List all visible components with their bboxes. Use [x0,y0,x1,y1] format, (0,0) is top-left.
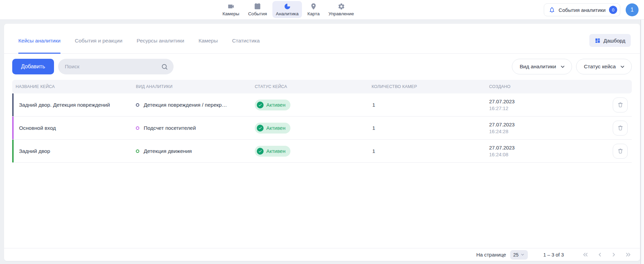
cases-table: НАЗВАНИЕ КЕЙСА ВИД АНАЛИТИКИ СТАТУС КЕЙС… [12,80,632,163]
column-header-analytics-type: ВИД АНАЛИТИКИ [136,84,255,89]
case-status-filter[interactable]: Статус кейса [576,59,632,74]
analytics-events-button[interactable]: События аналитики 0 [544,3,620,16]
top-bar-right: События аналитики 0 1 [544,0,639,20]
created-time: 16:24:08 [489,151,572,158]
nav-label: Управление [328,11,354,16]
analytics-type-filter[interactable]: Вид аналитики [512,59,572,74]
status-label: Активен [266,148,285,154]
tab-statistics[interactable]: Статистика [232,29,260,54]
chevron-down-icon [520,252,525,257]
content-spacer [4,163,640,248]
analytics-type-dot-icon [136,149,139,153]
column-header-case-name: НАЗВАНИЕ КЕЙСА [12,84,136,89]
case-status-cell: Активен [255,146,372,157]
nav-label: События [248,11,267,16]
created-cell: 27.07.2023 16:24:28 [489,121,572,135]
case-name: Основной вход [12,125,136,131]
add-button[interactable]: Добавить [12,59,54,74]
chevron-down-icon [560,64,566,70]
row-actions [572,121,632,136]
previous-page-button[interactable] [596,251,603,259]
status-badge: Активен [255,123,290,134]
created-date: 27.07.2023 [489,121,572,128]
delete-case-button[interactable] [613,144,628,159]
analytics-type-label: Детекция повреждения / перекр… [144,102,227,108]
table-row[interactable]: Задний двор. Детекция повреждений Детекц… [12,93,632,117]
bell-icon [549,6,555,13]
main-nav: Камеры События Аналитика Карта [219,1,357,18]
analytics-type-dot-icon [136,126,139,130]
gear-icon [338,3,345,10]
delete-case-button[interactable] [613,98,628,112]
column-header-case-status: СТАТУС КЕЙСА [255,84,372,89]
case-status-filter-label: Статус кейса [584,64,616,70]
table-header-row: НАЗВАНИЕ КЕЙСА ВИД АНАЛИТИКИ СТАТУС КЕЙС… [12,80,632,93]
created-time: 16:27:12 [489,105,572,112]
delete-case-button[interactable] [613,121,628,136]
analytics-type-cell: Детекция движения [136,148,255,154]
top-bar: Камеры События Аналитика Карта [0,0,644,20]
analytics-cases-panel: Кейсы аналитики События и реакции Ресурс… [4,24,640,261]
column-header-camera-count: КОЛИЧЕСТВО КАМЕР [372,84,489,89]
status-label: Активен [266,102,285,108]
analytics-type-filter-label: Вид аналитики [520,64,556,70]
camera-count: 1 [372,125,489,131]
avatar[interactable]: 1 [626,3,639,16]
nav-item-cameras[interactable]: Камеры [219,1,243,18]
pager [582,251,632,259]
tab-events-and-reactions[interactable]: События и реакции [75,29,122,54]
dashboard-grid-icon [595,38,601,43]
first-page-button[interactable] [582,251,589,259]
search-icon[interactable] [161,63,168,70]
dashboard-button-label: Дашборд [604,38,625,43]
nav-label: Аналитика [276,11,299,16]
per-page-label: На странице [476,252,506,258]
search-input[interactable] [65,64,161,70]
created-time: 16:24:28 [489,128,572,135]
map-pin-icon [310,3,317,10]
status-badge: Активен [255,100,290,110]
nav-item-map[interactable]: Карта [304,1,323,18]
case-name: Задний двор. Детекция повреждений [12,102,136,108]
toolbar: Добавить Вид аналитики Статус кейса [12,59,632,74]
search-box [58,59,174,74]
case-status-cell: Активен [255,100,372,110]
camera-count: 1 [372,102,489,108]
video-camera-icon [227,3,235,10]
tab-analytics-resources[interactable]: Ресурсы аналитики [137,29,184,54]
created-cell: 27.07.2023 16:24:08 [489,144,572,158]
nav-item-events[interactable]: События [245,1,270,18]
check-circle-icon [257,148,264,155]
analytics-type-cell: Детекция повреждения / перекр… [136,102,255,108]
created-date: 27.07.2023 [489,98,572,105]
analytics-type-label: Подсчет посетителей [144,125,196,131]
tab-cameras[interactable]: Камеры [198,29,218,54]
per-page-value: 25 [513,252,519,258]
row-actions [572,144,632,159]
nav-label: Карта [307,11,320,16]
table-row[interactable]: Основной вход Подсчет посетителей Активе… [12,117,632,140]
table-row[interactable]: Задний двор Детекция движения Активен 1 … [12,140,632,163]
created-cell: 27.07.2023 16:27:12 [489,98,572,112]
nav-item-analytics[interactable]: Аналитика [272,1,302,18]
chevron-down-icon [620,64,625,70]
per-page-select[interactable]: 25 [510,250,528,260]
analytics-type-cell: Подсчет посетителей [136,125,255,131]
vertical-scrollbar[interactable] [641,20,644,264]
nav-item-management[interactable]: Управление [325,1,357,18]
check-circle-icon [257,125,264,131]
tab-analytics-cases[interactable]: Кейсы аналитики [18,29,60,54]
row-actions [572,98,632,112]
events-count-badge: 0 [609,6,617,14]
next-page-button[interactable] [610,251,618,259]
analytics-type-label: Детекция движения [144,148,192,154]
case-name: Задний двор [12,148,136,154]
calendar-check-icon [254,3,261,10]
analytics-type-dot-icon [136,103,139,107]
column-header-created: СОЗДАНО [489,84,572,89]
dashboard-button[interactable]: Дашборд [589,34,631,47]
pie-chart-icon [284,3,291,10]
last-page-button[interactable] [624,251,632,259]
check-circle-icon [257,102,264,108]
status-label: Активен [266,125,285,131]
